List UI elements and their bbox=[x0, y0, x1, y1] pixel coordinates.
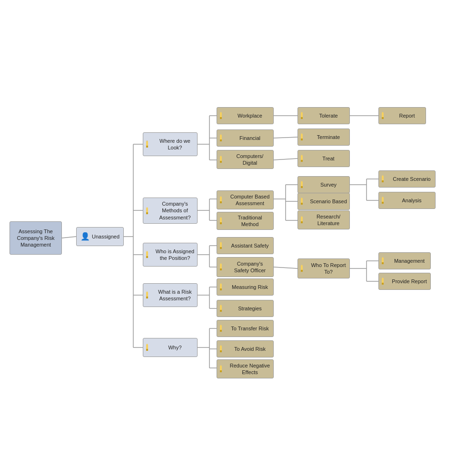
root-label: Assessing The Company's Risk Management bbox=[13, 228, 59, 248]
svg-marker-69 bbox=[220, 134, 222, 135]
computer-based-label: Computer Based Assessment bbox=[229, 193, 271, 207]
reduce-negative-node: Reduce Negative Effects bbox=[217, 359, 274, 378]
create-scenario-node: Create Scenario bbox=[378, 170, 436, 188]
what-risk-node: What is a Risk Assessment? bbox=[143, 283, 198, 307]
strategies-label: Strategies bbox=[229, 305, 271, 312]
pencil-icon bbox=[219, 283, 227, 291]
svg-rect-113 bbox=[301, 198, 303, 203]
report-node: Report bbox=[378, 107, 426, 124]
to-transfer-node: To Transfer Risk bbox=[217, 320, 274, 337]
svg-rect-122 bbox=[382, 113, 384, 117]
financial-label: Financial bbox=[229, 135, 271, 141]
workplace-node: Workplace bbox=[217, 107, 274, 124]
create-scenario-label: Create Scenario bbox=[391, 176, 433, 182]
pencil-icon bbox=[219, 325, 227, 332]
company-methods-label: Company's Methods of Assessment? bbox=[155, 200, 195, 221]
terminate-node: Terminate bbox=[298, 129, 350, 146]
svg-rect-107 bbox=[301, 156, 303, 160]
svg-marker-102 bbox=[301, 112, 303, 113]
provide-report-node: Provide Report bbox=[378, 273, 431, 290]
companys-safety-node: Company's Safety Officer bbox=[217, 257, 274, 277]
pencil-icon bbox=[381, 112, 389, 119]
svg-rect-95 bbox=[220, 346, 222, 350]
company-methods-node: Company's Methods of Assessment? bbox=[143, 198, 198, 224]
who-to-report-label: Who To Report To? bbox=[310, 262, 347, 276]
treat-node: Treat bbox=[298, 150, 350, 167]
research-label: Research/ Literature bbox=[310, 213, 347, 227]
to-avoid-label: To Avoid Risk bbox=[229, 346, 271, 352]
svg-line-0 bbox=[62, 237, 76, 238]
survey-label: Survey bbox=[310, 181, 347, 188]
svg-rect-80 bbox=[220, 243, 222, 247]
svg-rect-83 bbox=[220, 264, 222, 268]
svg-rect-53 bbox=[146, 208, 148, 212]
svg-marker-81 bbox=[220, 242, 222, 243]
svg-rect-110 bbox=[301, 182, 303, 186]
svg-rect-101 bbox=[301, 113, 303, 117]
pencil-icon bbox=[219, 242, 227, 249]
terminate-label: Terminate bbox=[310, 134, 347, 140]
svg-marker-135 bbox=[382, 278, 384, 278]
to-transfer-label: To Transfer Risk bbox=[229, 325, 271, 332]
pencil-icon bbox=[300, 198, 308, 205]
pencil-icon bbox=[219, 365, 227, 373]
assistant-safety-label: Assistant Safety bbox=[229, 242, 271, 249]
pencil-icon bbox=[381, 257, 389, 265]
pencil-icon bbox=[219, 134, 227, 142]
svg-marker-132 bbox=[382, 257, 384, 258]
svg-line-43 bbox=[274, 267, 298, 268]
svg-rect-77 bbox=[220, 218, 222, 222]
traditional-node: Traditional Method bbox=[217, 212, 274, 230]
computer-based-node: Computer Based Assessment bbox=[217, 190, 274, 209]
svg-rect-125 bbox=[382, 176, 384, 180]
treat-label: Treat bbox=[310, 155, 347, 162]
measuring-risk-label: Measuring Risk bbox=[229, 284, 271, 290]
computers-label: Computers/ Digital bbox=[229, 153, 271, 167]
analysis-node: Analysis bbox=[378, 192, 436, 209]
pencil-icon bbox=[219, 196, 227, 204]
pencil-icon bbox=[300, 155, 308, 162]
svg-rect-134 bbox=[382, 278, 384, 283]
svg-line-31 bbox=[274, 137, 298, 138]
svg-rect-116 bbox=[301, 217, 303, 221]
strategies-node: Strategies bbox=[217, 300, 274, 317]
pencil-icon bbox=[146, 251, 153, 258]
pencil-icon bbox=[219, 305, 227, 312]
svg-marker-96 bbox=[220, 345, 222, 346]
pencil-icon bbox=[300, 133, 308, 141]
pencil-icon bbox=[381, 175, 389, 183]
svg-rect-104 bbox=[301, 134, 303, 139]
svg-marker-105 bbox=[301, 133, 303, 134]
pencil-icon bbox=[381, 197, 389, 204]
svg-rect-98 bbox=[220, 366, 222, 370]
survey-node: Survey bbox=[298, 176, 350, 193]
svg-marker-120 bbox=[301, 265, 303, 266]
svg-marker-54 bbox=[146, 207, 148, 208]
pencil-icon bbox=[219, 112, 227, 119]
assistant-safety-node: Assistant Safety bbox=[217, 237, 274, 254]
svg-rect-89 bbox=[220, 306, 222, 310]
svg-rect-68 bbox=[220, 135, 222, 139]
svg-line-32 bbox=[274, 159, 298, 160]
traditional-label: Traditional Method bbox=[229, 214, 271, 228]
pencil-icon bbox=[219, 217, 227, 225]
pencil-icon bbox=[219, 263, 227, 271]
report-label: Report bbox=[391, 112, 423, 119]
where-label: Where do we Look? bbox=[155, 138, 195, 151]
svg-rect-128 bbox=[382, 198, 384, 202]
workplace-label: Workplace bbox=[229, 112, 271, 119]
pencil-icon bbox=[219, 156, 227, 163]
unassigned-node: 👤 Unassigned bbox=[76, 227, 124, 246]
pencil-icon bbox=[381, 278, 389, 285]
who-assigned-node: Who is Assigned the Position? bbox=[143, 243, 198, 267]
svg-marker-129 bbox=[382, 197, 384, 198]
unassigned-label: Unassigned bbox=[92, 233, 119, 240]
to-avoid-node: To Avoid Risk bbox=[217, 340, 274, 357]
pencil-icon bbox=[146, 207, 153, 215]
svg-marker-87 bbox=[220, 283, 222, 284]
tolerate-node: Tolerate bbox=[298, 107, 350, 124]
svg-marker-123 bbox=[382, 112, 384, 113]
person-icon: 👤 bbox=[80, 232, 90, 242]
svg-rect-65 bbox=[220, 113, 222, 117]
svg-marker-99 bbox=[220, 365, 222, 366]
